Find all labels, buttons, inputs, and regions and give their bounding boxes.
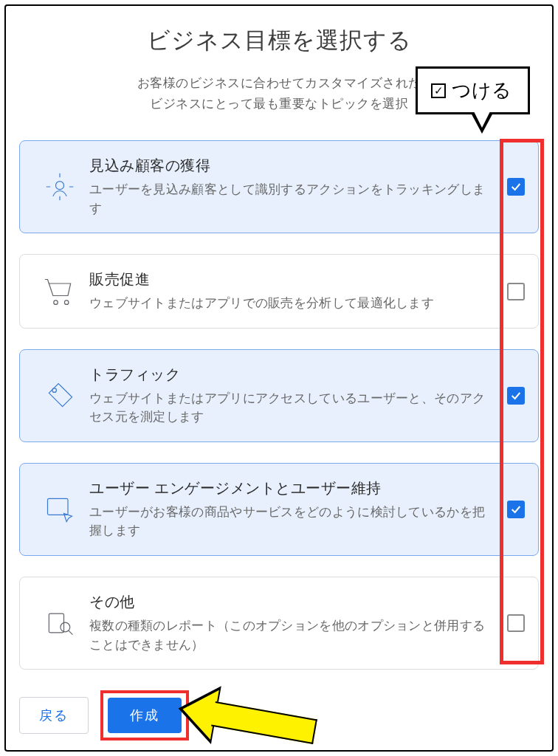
svg-point-2	[64, 300, 69, 304]
option-body: ユーザー エンゲージメントとユーザー維持 ユーザーがお客様の商品やサービスをどの…	[89, 478, 503, 540]
option-other[interactable]: その他 複数の種類のレポート（このオプションを他のオプションと併用することはでき…	[19, 577, 539, 670]
option-title: その他	[89, 592, 495, 612]
checkbox[interactable]	[507, 614, 525, 632]
window-cursor-icon	[30, 493, 89, 526]
option-title: 販売促進	[89, 269, 495, 289]
option-engagement[interactable]: ユーザー エンゲージメントとユーザー維持 ユーザーがお客様の商品やサービスをどの…	[19, 463, 539, 556]
option-body: 販売促進 ウェブサイトまたはアプリでの販売を分析して最適化します	[89, 269, 503, 313]
create-button-highlight: 作成	[100, 690, 189, 740]
annotation-callout-label: つける	[452, 78, 512, 103]
option-lead-generation[interactable]: 見込み顧客の獲得 ユーザーを見込み顧客として識別するアクションをトラッキングしま…	[19, 140, 539, 233]
option-desc: ウェブサイトまたはアプリでの販売を分析して最適化します	[89, 294, 495, 313]
svg-point-3	[52, 388, 57, 393]
svg-rect-4	[48, 498, 69, 515]
option-title: ユーザー エンゲージメントとユーザー維持	[89, 478, 495, 498]
checkbox[interactable]	[507, 283, 525, 300]
create-button[interactable]: 作成	[108, 698, 182, 733]
options-list: 見込み顧客の獲得 ユーザーを見込み顧客として識別するアクションをトラッキングしま…	[19, 140, 539, 670]
option-desc: ユーザーがお客様の商品やサービスをどのように検討しているかを把握します	[89, 503, 495, 540]
footer-actions: 戻る 作成	[19, 690, 539, 740]
dialog-container: ビジネス目標を選択する お客様のビジネスに合わせてカスタマイズされた ビジネスに…	[4, 4, 554, 752]
option-body: その他 複数の種類のレポート（このオプションを他のオプションと併用することはでき…	[89, 592, 503, 654]
target-user-icon	[30, 171, 89, 203]
option-body: 見込み顧客の獲得 ユーザーを見込み顧客として識別するアクションをトラッキングしま…	[89, 156, 503, 218]
annotation-callout: ✓ つける	[416, 66, 530, 114]
checkbox[interactable]	[507, 387, 525, 405]
checkbox[interactable]	[507, 178, 525, 196]
option-desc: ウェブサイトまたはアプリにアクセスしているユーザーと、そのアクセス元を測定します	[89, 389, 495, 427]
option-title: 見込み顧客の獲得	[89, 156, 495, 176]
option-desc: 複数の種類のレポート（このオプションを他のオプションと併用することはできません）	[89, 616, 495, 654]
tag-icon	[30, 379, 89, 412]
back-button[interactable]: 戻る	[19, 697, 89, 734]
checkbox[interactable]	[507, 501, 525, 518]
option-body: トラフィック ウェブサイトまたはアプリにアクセスしているユーザーと、そのアクセス…	[89, 365, 503, 427]
search-report-icon	[30, 607, 89, 639]
annotation-check-icon: ✓	[431, 83, 446, 98]
cart-icon	[30, 275, 89, 308]
option-title: トラフィック	[89, 365, 495, 385]
option-traffic[interactable]: トラフィック ウェブサイトまたはアプリにアクセスしているユーザーと、そのアクセス…	[19, 349, 539, 442]
svg-point-6	[61, 622, 70, 632]
option-sales[interactable]: 販売促進 ウェブサイトまたはアプリでの販売を分析して最適化します	[19, 254, 539, 329]
option-desc: ユーザーを見込み顧客として識別するアクションをトラッキングします	[89, 180, 495, 218]
svg-point-0	[56, 182, 64, 190]
page-title: ビジネス目標を選択する	[19, 25, 539, 56]
svg-point-1	[54, 300, 58, 304]
